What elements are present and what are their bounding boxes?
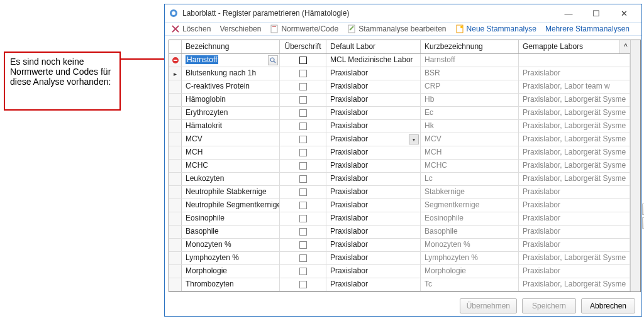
table-row[interactable]: BasophilePraxislaborBasophilePraxislabor (169, 226, 630, 239)
cell-default-labor[interactable]: Praxislabor (326, 186, 421, 199)
cell-ueberschrift[interactable] (280, 173, 326, 185)
cell-bezeichnung[interactable]: Blutsenkung nach 1h (182, 67, 280, 80)
row-indicator[interactable] (169, 199, 182, 212)
header-ueberschrift[interactable]: Überschrift (280, 40, 326, 53)
lookup-button[interactable] (268, 55, 278, 65)
cell-bezeichnung[interactable]: Thrombozyten (182, 278, 280, 291)
checkbox[interactable] (299, 215, 307, 222)
cell-default-labor[interactable]: Praxislabor (326, 160, 421, 172)
table-row[interactable]: MCHPraxislaborMCHPraxislabor, Laborgerät… (169, 146, 630, 160)
toolbar-loeschen[interactable]: Löschen (171, 24, 211, 33)
checkbox[interactable] (299, 122, 307, 130)
maximize-button[interactable]: ☐ (582, 4, 610, 22)
table-row[interactable]: MorphologiePraxislaborMorphologiePraxisl… (169, 265, 630, 278)
cell-default-labor[interactable]: Praxislabor (326, 212, 421, 225)
table-row[interactable]: ErythrozytenPraxislaborEcPraxislabor, La… (169, 107, 630, 120)
table-row[interactable]: HarnstoffMCL Medizinische LaborHarnstoff (169, 54, 630, 67)
cell-bezeichnung[interactable]: Morphologie (182, 265, 280, 278)
cell-bezeichnung[interactable]: Eosinophile (182, 212, 280, 225)
cell-default-labor[interactable]: MCL Medizinische Labor (326, 54, 421, 67)
cell-ueberschrift[interactable] (280, 239, 326, 251)
cell-default-labor[interactable]: Praxislabor (326, 173, 421, 185)
row-indicator[interactable] (169, 226, 182, 238)
header-kurzbezeichnung[interactable]: Kurzbezeichnung (421, 40, 519, 53)
table-row[interactable]: MCHCPraxislaborMCHCPraxislabor, Laborger… (169, 160, 630, 173)
table-row[interactable]: Neutrophile StabkernigePraxislaborStabke… (169, 186, 630, 199)
cell-bezeichnung[interactable]: Monozyten % (182, 239, 280, 251)
row-indicator[interactable] (169, 278, 182, 291)
cell-ueberschrift[interactable] (280, 107, 326, 119)
table-row[interactable]: EosinophilePraxislaborEosinophilePraxisl… (169, 212, 630, 226)
dropdown-button[interactable]: ▾ (409, 134, 419, 144)
cell-default-labor[interactable]: Praxislabor (326, 226, 421, 238)
cell-ueberschrift[interactable] (280, 80, 326, 93)
grid[interactable]: Bezeichnung Überschrift Default Labor Ku… (169, 40, 641, 292)
header-selector[interactable] (169, 40, 182, 53)
cell-ueberschrift[interactable] (280, 226, 326, 238)
cell-bezeichnung[interactable]: MCV (182, 133, 280, 146)
cell-default-labor[interactable]: Praxislabor (326, 94, 421, 106)
table-row[interactable]: Monozyten %PraxislaborMonozyten %Praxisl… (169, 239, 630, 252)
cell-default-labor[interactable]: Praxislabor (326, 252, 421, 264)
cell-ueberschrift[interactable] (280, 146, 326, 159)
cell-ueberschrift[interactable] (280, 252, 326, 264)
row-indicator[interactable] (169, 54, 182, 67)
table-row[interactable]: ThrombozytenPraxislaborTcPraxislabor, La… (169, 278, 630, 291)
cell-ueberschrift[interactable] (280, 265, 326, 278)
cell-default-labor[interactable]: Praxislabor (326, 80, 421, 93)
row-indicator[interactable] (169, 265, 182, 278)
row-indicator[interactable] (169, 107, 182, 119)
row-indicator[interactable] (169, 186, 182, 199)
header-bezeichnung[interactable]: Bezeichnung (182, 40, 280, 53)
cell-ueberschrift[interactable] (280, 186, 326, 199)
minimize-button[interactable]: — (555, 4, 582, 22)
cell-default-labor[interactable]: Praxislabor (326, 278, 421, 291)
cell-ueberschrift[interactable] (280, 212, 326, 225)
checkbox[interactable] (299, 228, 307, 236)
cell-ueberschrift[interactable] (280, 160, 326, 172)
checkbox[interactable] (299, 57, 307, 64)
checkbox[interactable] (299, 202, 307, 209)
cell-bezeichnung[interactable]: Neutrophile Segmentkernige (182, 199, 280, 212)
cell-bezeichnung[interactable]: Neutrophile Stabkernige (182, 186, 280, 199)
row-indicator[interactable] (169, 94, 182, 106)
cell-ueberschrift[interactable] (280, 133, 326, 146)
checkbox[interactable] (299, 175, 307, 183)
checkbox[interactable] (299, 268, 307, 275)
cell-bezeichnung[interactable]: C-reaktives Protein (182, 80, 280, 93)
table-row[interactable]: MCVPraxislabor▾MCVPraxislabor, Laborgerä… (169, 133, 630, 146)
toolbar-neue-stamm[interactable]: Neue Stammanalyse (455, 24, 536, 33)
cell-ueberschrift[interactable] (280, 94, 326, 106)
toolbar-normwerte[interactable]: Normwerte/Code (270, 24, 338, 33)
vertical-scrollbar[interactable] (630, 40, 640, 291)
speichern-button[interactable]: Speichern (522, 298, 576, 313)
table-row[interactable]: Lymphozyten %PraxislaborLymphozyten %Pra… (169, 252, 630, 265)
cell-ueberschrift[interactable] (280, 120, 326, 133)
checkbox[interactable] (299, 281, 307, 288)
cell-bezeichnung[interactable]: Erythrozyten (182, 107, 280, 119)
row-indicator[interactable] (169, 173, 182, 185)
row-indicator[interactable]: ▸ (169, 67, 182, 80)
uebernehmen-button[interactable]: Übernehmen (460, 298, 517, 313)
abbrechen-button[interactable]: Abbrechen (581, 298, 635, 313)
cell-bezeichnung[interactable]: Hämoglobin (182, 94, 280, 106)
cell-ueberschrift[interactable] (280, 54, 326, 67)
cell-default-labor[interactable]: Praxislabor (326, 239, 421, 251)
checkbox[interactable] (299, 70, 307, 77)
checkbox[interactable] (299, 83, 307, 90)
cell-ueberschrift[interactable] (280, 199, 326, 212)
checkbox[interactable] (299, 254, 307, 262)
close-button[interactable]: ✕ (610, 4, 638, 22)
cell-bezeichnung[interactable]: Lymphozyten % (182, 252, 280, 264)
row-indicator[interactable] (169, 160, 182, 172)
checkbox[interactable] (299, 162, 307, 170)
cell-bezeichnung[interactable]: Hämatokrit (182, 120, 280, 133)
cell-bezeichnung[interactable]: MCH (182, 146, 280, 159)
header-gemappte-labors[interactable]: Gemappte Labors (519, 40, 620, 53)
table-row[interactable]: C-reaktives ProteinPraxislaborCRPPraxisl… (169, 80, 630, 94)
table-row[interactable]: Neutrophile SegmentkernigePraxislaborSeg… (169, 199, 630, 212)
table-row[interactable]: ▸Blutsenkung nach 1hPraxislaborBSRPraxis… (169, 67, 630, 80)
cell-default-labor[interactable]: Praxislabor (326, 199, 421, 212)
cell-default-labor[interactable]: Praxislabor (326, 265, 421, 278)
checkbox[interactable] (299, 109, 307, 117)
